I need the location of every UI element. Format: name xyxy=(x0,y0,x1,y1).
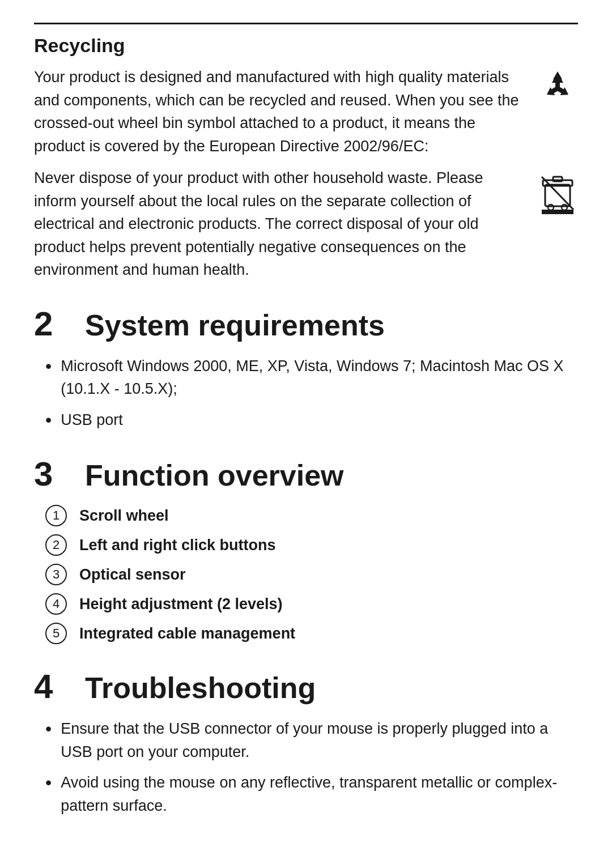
section-4-title: Troubleshooting xyxy=(85,671,316,705)
list-item: Avoid using the mouse on any reflective,… xyxy=(45,771,578,817)
top-divider xyxy=(34,23,578,24)
recycling-section: Recycling Your product is designed and m… xyxy=(34,35,578,282)
section-2-title: System requirements xyxy=(85,308,385,342)
section-2: 2 System requirements Microsoft Windows … xyxy=(34,304,578,432)
section-2-list: Microsoft Windows 2000, ME, XP, Vista, W… xyxy=(45,355,578,432)
section-4-number: 4 xyxy=(34,667,62,706)
section-4: 4 Troubleshooting Ensure that the USB co… xyxy=(34,667,578,817)
recycling-row-2: Never dispose of your product with other… xyxy=(34,167,578,282)
function-label-3: Optical sensor xyxy=(79,566,186,584)
bullet-text: USB port xyxy=(61,409,123,432)
section-3-heading: 3 Function overview xyxy=(34,454,578,493)
section-4-heading: 4 Troubleshooting xyxy=(34,667,578,706)
function-num-1: 1 xyxy=(45,505,67,526)
section-3-number: 3 xyxy=(34,454,62,493)
function-label-1: Scroll wheel xyxy=(79,507,169,525)
recycling-paragraph-2: Never dispose of your product with other… xyxy=(34,167,524,282)
waste-bin-icon xyxy=(537,169,578,210)
function-num-5: 5 xyxy=(45,623,67,644)
function-label-2: Left and right click buttons xyxy=(79,537,276,554)
recycling-symbol-icon xyxy=(537,68,578,109)
list-item: Ensure that the USB connector of your mo… xyxy=(45,717,578,763)
function-num-4: 4 xyxy=(45,593,67,615)
section-2-number: 2 xyxy=(34,304,62,343)
list-item: USB port xyxy=(45,409,578,432)
section-4-list: Ensure that the USB connector of your mo… xyxy=(45,717,578,817)
recycling-row-1: Your product is designed and manufacture… xyxy=(34,66,578,158)
bullet-text: Microsoft Windows 2000, ME, XP, Vista, W… xyxy=(61,355,578,401)
function-item-2: 2 Left and right click buttons xyxy=(45,534,578,556)
svg-rect-6 xyxy=(542,210,573,214)
function-item-3: 3 Optical sensor xyxy=(45,564,578,585)
section-3: 3 Function overview 1 Scroll wheel 2 Lef… xyxy=(34,454,578,644)
function-item-1: 1 Scroll wheel xyxy=(45,505,578,526)
section-3-title: Function overview xyxy=(85,458,344,492)
section-2-heading: 2 System requirements xyxy=(34,304,578,343)
recycling-content: Your product is designed and manufacture… xyxy=(34,66,578,282)
bullet-text: Ensure that the USB connector of your mo… xyxy=(61,717,578,763)
function-item-5: 5 Integrated cable management xyxy=(45,623,578,644)
function-label-4: Height adjustment (2 levels) xyxy=(79,595,283,613)
function-item-4: 4 Height adjustment (2 levels) xyxy=(45,593,578,615)
function-num-2: 2 xyxy=(45,534,67,556)
recycling-paragraph-1: Your product is designed and manufacture… xyxy=(34,66,524,158)
list-item: Microsoft Windows 2000, ME, XP, Vista, W… xyxy=(45,355,578,401)
svg-rect-2 xyxy=(553,177,562,181)
function-label-5: Integrated cable management xyxy=(79,625,295,643)
bullet-text: Avoid using the mouse on any reflective,… xyxy=(61,771,578,817)
recycling-title: Recycling xyxy=(34,35,578,57)
section-3-list: 1 Scroll wheel 2 Left and right click bu… xyxy=(45,505,578,644)
function-num-3: 3 xyxy=(45,564,67,585)
